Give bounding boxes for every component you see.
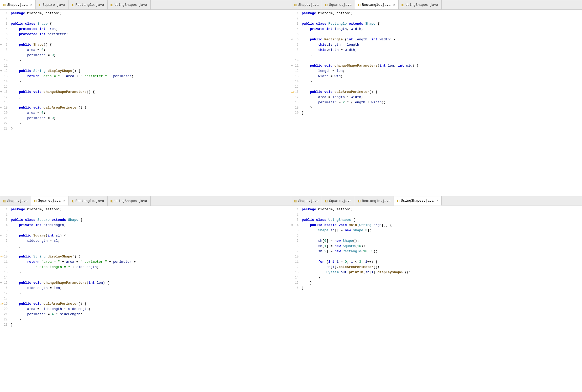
tab-label: UsingShapes.java [114, 199, 147, 203]
code-editor-square[interactable]: 1 package midtermQuestion1; 2 3 public c… [0, 206, 291, 392]
code-line: 6 [0, 37, 291, 42]
code-line: ⊖11 public void changeShapeParameters(in… [291, 63, 582, 68]
file-icon: ◧ [402, 3, 404, 7]
tab-usingshapes-java[interactable]: ◧ UsingShapes.java [399, 0, 442, 9]
tab-label: Rectangle.java [362, 3, 390, 7]
code-line: 14 } [291, 275, 582, 280]
code-editor-rectangle[interactable]: 1 package midtermQuestion1; 2 3 public c… [291, 10, 582, 196]
file-icon: ◧ [3, 199, 6, 203]
code-line: 23 } [0, 322, 291, 327]
code-line: 15 [0, 84, 291, 89]
code-line: 20 area = 0; [0, 110, 291, 116]
tab-bar-rectangle: ◧ Shape.java ◧ Square.java ◧ Rectangle.j… [291, 0, 582, 10]
code-line: 12 sh[i].calcAreaPerimeter(); [291, 265, 582, 270]
code-line: ⊖16 public void changeShapeParameters() … [0, 89, 291, 95]
tab-label: Shape.java [7, 199, 28, 203]
file-icon: ◧ [111, 199, 113, 203]
code-line: ⊖15 public void changeShapeParameters(in… [0, 280, 291, 286]
tab-rectangle-java[interactable]: ◧ Rectangle.java [68, 0, 108, 9]
tab-close-icon[interactable]: ✕ [63, 199, 65, 203]
code-line: 4 private int length, width; [291, 26, 582, 32]
code-line: 3 public class Rectangle extends Shape { [291, 21, 582, 26]
file-icon: ◧ [325, 199, 327, 203]
code-line: 3 public class UsingShapes { [291, 217, 582, 223]
code-line: 18 [0, 296, 291, 301]
code-line: 7 this.length = length; [291, 42, 582, 47]
code-line: 2 [291, 16, 582, 21]
code-line: 8 } [0, 244, 291, 249]
tab-close-icon[interactable]: ✕ [393, 3, 395, 7]
tab-shape-java[interactable]: ◧ Shape.java [0, 196, 31, 206]
code-line: 13 return "area = " + area + " perimeter… [0, 74, 291, 79]
tab-shape-java[interactable]: ◧ Shape.java ✕ [0, 0, 36, 9]
tab-square-java[interactable]: ◧ Square.java [322, 196, 355, 206]
code-line: ⊖7 public Shape() { [0, 42, 291, 47]
tab-rectangle-java[interactable]: ◧ Rectangle.java [355, 196, 394, 206]
code-line: 9 sh[2] = new Rectangle(10, 5); [291, 249, 582, 254]
code-line: 13 width = wid; [291, 74, 582, 79]
tab-square-java[interactable]: ◧ Square.java ✕ [31, 196, 68, 206]
tab-shape-java[interactable]: ◧ Shape.java [291, 0, 322, 9]
file-icon: ◧ [358, 199, 360, 203]
tab-label: Square.java [38, 199, 61, 203]
panel-square-bottom-left: ◧ Shape.java ◧ Square.java ✕ ◧ Rectangle… [0, 196, 291, 392]
tab-shape-java[interactable]: ◧ Shape.java [291, 196, 322, 206]
code-line: 1 package midtermQuestion1; [0, 11, 291, 16]
code-line: 5 Shape sh[] = new Shape[3]; [291, 228, 582, 233]
code-line: 2 [0, 16, 291, 21]
file-icon: ◧ [294, 3, 297, 7]
tab-close-icon[interactable]: ✕ [30, 3, 32, 7]
tab-usingshapes-java[interactable]: ◧ UsingShapes.java ✕ [394, 196, 442, 206]
code-line: 8 sh[1] = new Square(10); [291, 244, 582, 249]
code-line: 18 perimeter = 2 * (length + width); [291, 100, 582, 105]
code-line: 20 } [291, 110, 582, 116]
code-line: 5 [291, 32, 582, 37]
file-icon: ◧ [358, 3, 360, 7]
tab-bar-shape: ◧ Shape.java ✕ ◧ Square.java ◧ Rectangle… [0, 0, 291, 10]
tab-label: Shape.java [7, 3, 28, 7]
tab-bar-square: ◧ Shape.java ◧ Square.java ✕ ◧ Rectangle… [0, 196, 291, 206]
code-line: 7 sh[0] = new Shape(); [291, 238, 582, 244]
code-line: 9 perimeter = 0; [0, 53, 291, 58]
code-line: 3 public class Square extends Shape { [0, 217, 291, 223]
tab-label: Square.java [329, 199, 352, 203]
tab-usingshapes-java[interactable]: ◧ UsingShapes.java [108, 196, 151, 206]
panel-shape-top-left: ◧ Shape.java ✕ ◧ Square.java ◧ Rectangle… [0, 0, 291, 196]
code-line: 4 private int sideLength; [0, 223, 291, 228]
tab-close-icon[interactable]: ✕ [436, 199, 438, 203]
code-editor-usingshapes[interactable]: 1 package midtermQuestion1; 2 3 public c… [291, 206, 582, 392]
code-line: 1 package midtermQuestion1; [291, 11, 582, 16]
tab-usingshapes-java[interactable]: ◧ UsingShapes.java [108, 0, 151, 9]
tab-rectangle-java[interactable]: ◧ Rectangle.java ✕ [355, 0, 399, 9]
code-line: 15 } [291, 280, 582, 286]
tab-square-java[interactable]: ◧ Square.java [322, 0, 355, 9]
code-line: 8 area = 0; [0, 47, 291, 53]
code-line: 10 [291, 58, 582, 63]
tab-bar-usingshapes: ◧ Shape.java ◧ Square.java ◧ Rectangle.j… [291, 196, 582, 206]
tab-square-java[interactable]: ◧ Square.java [36, 0, 68, 9]
code-line: ▲⊖10 public String displayShape() { [0, 254, 291, 259]
code-line: ⊖6 public Rectangle (int length, int wid… [291, 37, 582, 42]
code-line: 8 this.width = width; [291, 47, 582, 53]
code-line: 14 } [0, 79, 291, 84]
code-line: 16 } [291, 286, 582, 291]
code-line: 17 } [0, 291, 291, 296]
tab-rectangle-java[interactable]: ◧ Rectangle.java [68, 196, 108, 206]
file-icon: ◧ [39, 3, 41, 7]
code-line: 13 } [0, 270, 291, 275]
code-line: 11 [0, 63, 291, 68]
code-line: 23 } [0, 126, 291, 131]
code-line: 2 [0, 212, 291, 217]
file-icon: ◧ [72, 199, 74, 203]
code-line: 11 return "area = " + area + " perimeter… [0, 259, 291, 265]
code-line: ▲⊖19 public void calcAreaPerimeter() { [0, 301, 291, 307]
code-line: 1 package midtermQuestion1; [0, 207, 291, 212]
tab-label: Shape.java [298, 3, 319, 7]
code-editor-shape[interactable]: 1 package midtermQuestion1; 2 3 public c… [0, 10, 291, 196]
code-line: 19 } [291, 105, 582, 110]
code-line: 4 protected int area; [0, 26, 291, 32]
file-icon: ◧ [34, 198, 36, 203]
code-line: 10 [291, 254, 582, 259]
code-line: ▲⊖16 public void calcAreaPerimeter() { [291, 89, 582, 95]
tab-label: Shape.java [298, 199, 319, 203]
